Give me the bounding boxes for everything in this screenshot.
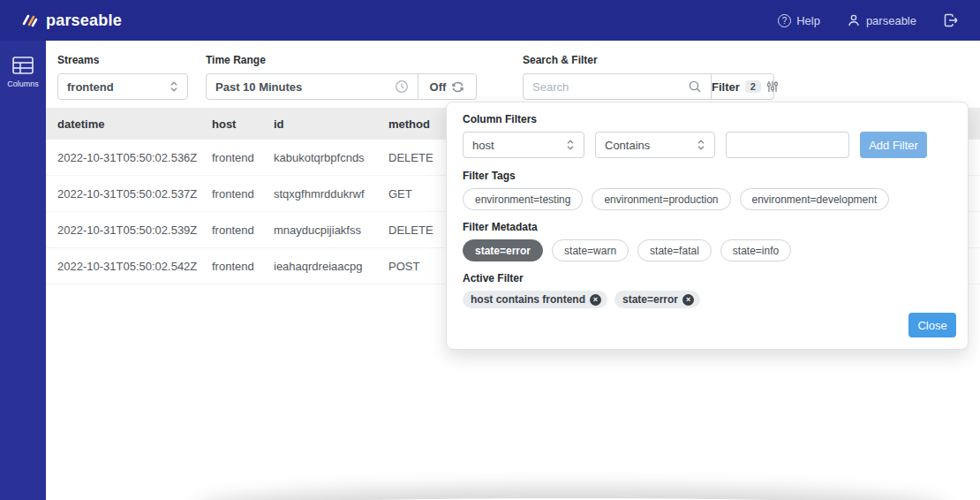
cell-datetime: 2022-10-31T05:50:02.537Z	[57, 187, 212, 201]
time-range-label: Time Range	[206, 54, 477, 66]
remove-filter-icon[interactable]: ×	[590, 294, 601, 306]
column-header-datetime: datetime	[57, 117, 212, 131]
filter-tags-label: Filter Tags	[463, 170, 952, 182]
active-filter-label: Active Filter	[463, 272, 952, 284]
streams-value: frontend	[67, 80, 114, 94]
search-field[interactable]	[524, 74, 711, 99]
filter-button-label: Filter	[712, 80, 740, 94]
sidebar-item-label: Columns	[7, 80, 39, 88]
search-filter-label: Search & Filter	[523, 54, 774, 66]
chevron-updown-icon	[170, 80, 178, 93]
streams-select[interactable]: frontend	[57, 73, 188, 100]
remove-filter-icon[interactable]: ×	[682, 294, 694, 306]
search-filter-group: Search & Filter Filter 2	[523, 54, 774, 100]
filter-tag-chip[interactable]: environment=development	[740, 188, 890, 210]
active-filter-text: state=error	[622, 293, 678, 306]
cell-datetime: 2022-10-31T05:50:02.536Z	[57, 151, 212, 164]
top-navbar: parseable ? Help parseable	[0, 0, 980, 41]
cell-host: frontend	[212, 223, 274, 237]
close-button[interactable]: Close	[908, 313, 956, 337]
logout-icon	[943, 12, 959, 28]
time-range-value: Past 10 Minutes	[215, 80, 302, 94]
filter-field-value: host	[472, 139, 494, 152]
parseable-logo[interactable]: parseable	[21, 11, 122, 30]
add-filter-button[interactable]: Add Filter	[860, 132, 927, 158]
filter-popover: Column Filters host Contains Add Filter …	[446, 102, 969, 350]
chevron-updown-icon	[697, 139, 705, 151]
cell-datetime: 2022-10-31T05:50:02.542Z	[57, 260, 212, 273]
time-range-group: Time Range Past 10 Minutes Off	[206, 54, 477, 100]
filter-tag-chip[interactable]: environment=production	[592, 188, 730, 210]
help-icon: ?	[778, 14, 791, 27]
cell-datetime: 2022-10-31T05:50:02.539Z	[57, 223, 212, 237]
filter-operator-value: Contains	[605, 139, 650, 152]
user-label: parseable	[866, 14, 916, 27]
cell-id: ieahaqrdreiaacpg	[274, 260, 388, 273]
search-icon	[688, 80, 702, 94]
filter-metadata-label: Filter Metadata	[463, 221, 952, 233]
filter-operator-select[interactable]: Contains	[595, 132, 715, 158]
filter-value-input[interactable]	[735, 139, 840, 152]
refresh-icon	[451, 80, 464, 94]
metadata-chip[interactable]: state=warn	[552, 239, 629, 261]
auto-refresh-toggle[interactable]: Off	[418, 74, 476, 99]
logout-button[interactable]	[943, 12, 959, 28]
active-filter-chip: host contains frontend ×	[463, 291, 607, 308]
search-input[interactable]	[532, 80, 688, 94]
filter-tag-chip[interactable]: environment=testing	[463, 188, 583, 210]
filter-field-select[interactable]: host	[463, 132, 584, 158]
parseable-logo-icon	[21, 11, 39, 29]
help-label: Help	[796, 14, 820, 27]
cell-host: frontend	[212, 151, 274, 164]
time-range-select[interactable]: Past 10 Minutes	[207, 74, 418, 99]
chevron-updown-icon	[566, 139, 575, 151]
streams-label: Streams	[57, 54, 188, 66]
sliders-icon	[766, 80, 779, 93]
cell-id: kabukotqrbpfcnds	[274, 151, 388, 164]
metadata-chip-selected[interactable]: state=error	[463, 239, 543, 261]
cell-host: frontend	[212, 187, 274, 201]
cell-id: stqxgfhmrddukrwf	[274, 187, 388, 201]
cell-id: mnayducpijiakfss	[274, 223, 388, 237]
streams-group: Streams frontend	[57, 54, 188, 100]
brand-name: parseable	[46, 11, 122, 30]
help-button[interactable]: ? Help	[778, 14, 820, 27]
time-range-control: Past 10 Minutes Off	[206, 73, 477, 100]
clock-icon	[395, 80, 409, 94]
user-icon	[847, 13, 861, 27]
metadata-chip[interactable]: state=fatal	[637, 239, 712, 261]
cell-host: frontend	[212, 260, 274, 273]
user-menu[interactable]: parseable	[847, 13, 916, 27]
active-filter-text: host contains frontend	[471, 293, 585, 306]
column-header-host: host	[212, 117, 274, 131]
column-filters-label: Column Filters	[463, 113, 952, 125]
search-filter-control: Filter 2	[523, 73, 774, 100]
filter-button[interactable]: Filter 2	[711, 74, 779, 99]
active-filter-chip: state=error ×	[614, 291, 700, 308]
filter-count-badge: 2	[745, 80, 761, 93]
metadata-chip[interactable]: state=info	[720, 239, 791, 261]
sidebar-item-columns[interactable]: Columns	[0, 41, 46, 88]
refresh-state: Off	[430, 80, 447, 94]
columns-icon	[11, 56, 34, 75]
column-header-id: id	[274, 117, 388, 131]
left-sidebar: Columns	[0, 41, 46, 500]
filter-value-field[interactable]	[726, 132, 849, 158]
